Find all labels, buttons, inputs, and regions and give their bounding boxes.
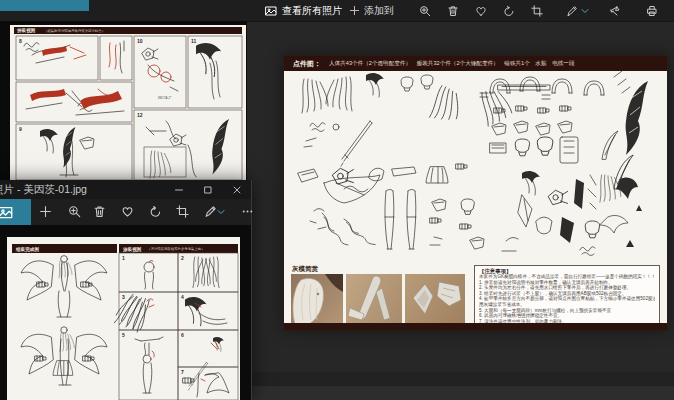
front-model-sheet-image[interactable]: 组装完成图 涂装视图 （请对照实物灰模照片参考涂装上色） 1 2 3 4 5 6… bbox=[7, 237, 240, 400]
close-button[interactable] bbox=[222, 180, 251, 199]
background-model-sheet-image[interactable]: 拼装视图 （组装时请对照编号顺序依次进行粘合） 8 10 11 9 12 bbox=[10, 25, 246, 183]
see-more-icon[interactable] bbox=[238, 201, 256, 222]
gray-model-photo-head bbox=[291, 274, 343, 324]
svg-text:12: 12 bbox=[137, 112, 143, 118]
svg-text:3: 3 bbox=[122, 294, 125, 300]
backdrop-band bbox=[252, 386, 674, 400]
svg-text:组装完成图: 组装完成图 bbox=[15, 246, 39, 253]
favorite-icon[interactable] bbox=[118, 201, 136, 222]
print-icon[interactable] bbox=[643, 0, 661, 21]
svg-text:4: 4 bbox=[181, 294, 184, 300]
zoom-in-icon[interactable] bbox=[65, 201, 83, 222]
photos-icon bbox=[0, 205, 13, 220]
parts-header-text: 人体共43个件（2个透明配变件） 服装共32个件（2个大锤配变件） 磁铁共1个 … bbox=[329, 60, 575, 68]
backdrop-band bbox=[252, 372, 674, 386]
notes-box: 【注意事项】 本套件为GK树脂白模件，不含成品涂装，需自行打磨组装——这是个残酷… bbox=[474, 265, 660, 326]
view-all-photos-button[interactable] bbox=[0, 199, 31, 225]
maximize-button[interactable] bbox=[193, 180, 222, 199]
add-to-label: 添加到 bbox=[364, 4, 394, 18]
parts-diagram-image[interactable]: 点件图： 人体共43个件（2个透明配变件） 服装共32个件（2个大锤配变件） 磁… bbox=[283, 55, 668, 331]
view-all-photos-button[interactable]: 查看所有照片 bbox=[257, 0, 350, 21]
screen: 查看所有照片 添加到 拼装视图 （组装时请对照编号顺序依次进行粘合） bbox=[0, 0, 674, 400]
share-icon[interactable] bbox=[606, 0, 624, 21]
crop-icon[interactable] bbox=[528, 0, 546, 21]
svg-text:10: 10 bbox=[137, 38, 143, 44]
gray-model-photo-limbs bbox=[346, 274, 402, 324]
favorite-icon[interactable] bbox=[472, 0, 490, 21]
front-sheet-art: 组装完成图 涂装视图 （请对照实物灰模照片参考涂装上色） 1 2 3 4 5 6… bbox=[7, 237, 240, 400]
add-to-button[interactable]: 添加到 bbox=[349, 0, 394, 21]
rotate-icon[interactable] bbox=[500, 0, 518, 21]
svg-text:6: 6 bbox=[181, 332, 184, 338]
svg-text:8: 8 bbox=[19, 38, 22, 44]
parts-header: 点件图： 人体共43个件（2个透明配变件） 服装共32个件（2个大锤配变件） 磁… bbox=[284, 56, 667, 71]
svg-text:拼装视图: 拼装视图 bbox=[16, 27, 36, 34]
front-toolbar bbox=[0, 199, 251, 225]
view-all-photos-label: 查看所有照片 bbox=[282, 4, 342, 18]
parts-line-art bbox=[284, 71, 667, 263]
rotate-icon[interactable] bbox=[146, 201, 164, 222]
svg-text:11: 11 bbox=[191, 38, 197, 44]
svg-text:5: 5 bbox=[122, 332, 125, 338]
svg-text:1: 1 bbox=[122, 255, 125, 261]
gray-model-photo-armor bbox=[405, 274, 465, 324]
main-toolbar: 查看所有照片 添加到 bbox=[0, 0, 674, 22]
delete-icon[interactable] bbox=[90, 201, 108, 222]
svg-text:2: 2 bbox=[181, 255, 184, 261]
svg-text:（组装时请对照编号顺序依次进行粘合）: （组装时请对照编号顺序依次进行粘合） bbox=[44, 28, 105, 33]
background-view-all-button-remnant[interactable] bbox=[0, 0, 89, 11]
svg-text:7: 7 bbox=[181, 369, 184, 375]
svg-text:（请对照实物灰模照片参考涂装上色）: （请对照实物灰模照片参考涂装上色） bbox=[147, 246, 205, 251]
add-icon[interactable] bbox=[36, 201, 54, 222]
plus-icon bbox=[349, 5, 360, 16]
svg-text:8BCYA-2*: 8BCYA-2* bbox=[158, 96, 172, 100]
parts-header-title: 点件图： bbox=[293, 59, 321, 69]
sheet-bottom-band bbox=[284, 323, 667, 330]
draw-chevron-down-icon[interactable] bbox=[216, 201, 226, 222]
svg-text:9: 9 bbox=[19, 126, 22, 132]
draw-chevron-down-icon[interactable] bbox=[579, 0, 591, 21]
minimize-button[interactable] bbox=[164, 180, 193, 199]
front-titlebar[interactable]: 照片 - 美因茨-01.jpg bbox=[0, 180, 251, 199]
photos-icon bbox=[265, 5, 277, 17]
background-photo-window: 拼装视图 （组装时请对照编号顺序依次进行粘合） 8 10 11 9 12 bbox=[0, 21, 247, 184]
window-title: 照片 - 美因茨-01.jpg bbox=[0, 183, 87, 197]
gray-model-label: 灰模简赏 bbox=[292, 265, 318, 274]
crop-icon[interactable] bbox=[173, 201, 191, 222]
zoom-in-icon[interactable] bbox=[416, 0, 434, 21]
svg-text:涂装视图: 涂装视图 bbox=[122, 246, 142, 253]
background-sheet-art: 拼装视图 （组装时请对照编号顺序依次进行粘合） 8 10 11 9 12 bbox=[10, 25, 246, 183]
delete-icon[interactable] bbox=[444, 0, 462, 21]
